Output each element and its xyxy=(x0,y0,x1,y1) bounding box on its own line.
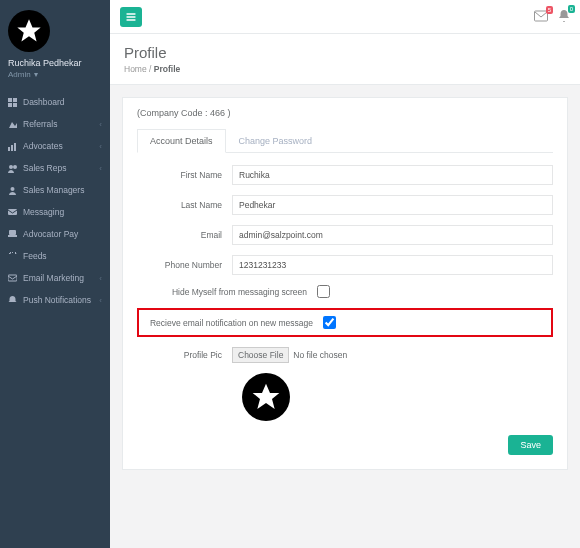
nav-icon xyxy=(8,252,17,261)
mail-badge: 5 xyxy=(546,6,553,14)
svg-rect-1 xyxy=(8,98,12,102)
email-notification-label: Recieve email notification on new messag… xyxy=(143,318,323,328)
sidebar-item-advocates[interactable]: Advocates‹ xyxy=(0,135,110,157)
sidebar-item-label: Email Marketing xyxy=(23,273,84,283)
nav-icon xyxy=(8,120,17,129)
sidebar-header: Ruchika Pedhekar Admin ▾ xyxy=(0,0,110,85)
star-icon xyxy=(250,381,282,413)
nav-icon xyxy=(8,296,17,305)
last-name-label: Last Name xyxy=(137,200,232,210)
svg-point-10 xyxy=(11,187,15,191)
last-name-input[interactable] xyxy=(232,195,553,215)
svg-point-9 xyxy=(13,165,17,169)
phone-input[interactable] xyxy=(232,255,553,275)
nav-icon xyxy=(8,208,17,217)
sidebar-item-messaging[interactable]: Messaging xyxy=(0,201,110,223)
sidebar-item-sales-managers[interactable]: Sales Managers xyxy=(0,179,110,201)
page-title: Profile xyxy=(124,44,566,61)
sidebar-item-feeds[interactable]: Feeds xyxy=(0,245,110,267)
sidebar-item-email-marketing[interactable]: Email Marketing‹ xyxy=(0,267,110,289)
svg-rect-13 xyxy=(8,235,17,237)
hamburger-button[interactable] xyxy=(120,7,142,27)
content: (Company Code : 466 ) Account Details Ch… xyxy=(110,85,580,548)
file-input[interactable]: Choose File No file chosen xyxy=(232,347,347,363)
chevron-down-icon: ▾ xyxy=(34,70,38,79)
user-role-label: Admin xyxy=(8,70,31,79)
first-name-label: First Name xyxy=(137,170,232,180)
hide-myself-checkbox[interactable] xyxy=(317,285,330,298)
breadcrumb: Home / Profile xyxy=(124,64,566,74)
profile-pic-label: Profile Pic xyxy=(137,350,232,360)
chevron-left-icon: ‹ xyxy=(99,142,102,151)
sidebar-item-advocator-pay[interactable]: Advocator Pay xyxy=(0,223,110,245)
sidebar-item-label: Messaging xyxy=(23,207,64,217)
nav-icon xyxy=(8,230,17,239)
email-input[interactable] xyxy=(232,225,553,245)
sidebar-item-label: Dashboard xyxy=(23,97,65,107)
profile-pic-preview xyxy=(242,373,290,421)
first-name-input[interactable] xyxy=(232,165,553,185)
company-code: (Company Code : 466 ) xyxy=(137,108,553,118)
profile-panel: (Company Code : 466 ) Account Details Ch… xyxy=(122,97,568,470)
email-notification-highlight: Recieve email notification on new messag… xyxy=(137,308,553,337)
file-status: No file chosen xyxy=(293,350,347,360)
sidebar-item-label: Sales Reps xyxy=(23,163,66,173)
breadcrumb-current: Profile xyxy=(154,64,180,74)
nav-icon xyxy=(8,186,17,195)
svg-marker-16 xyxy=(253,384,280,409)
svg-rect-14 xyxy=(8,275,17,281)
topbar: 5 0 xyxy=(110,0,580,34)
nav-icon xyxy=(8,164,17,173)
user-name: Ruchika Pedhekar xyxy=(8,58,102,68)
hide-myself-label: Hide Myself from messaging screen xyxy=(137,287,317,297)
email-label: Email xyxy=(137,230,232,240)
sidebar-item-push-notifications[interactable]: Push Notifications‹ xyxy=(0,289,110,311)
svg-rect-4 xyxy=(13,103,17,107)
chevron-left-icon: ‹ xyxy=(99,274,102,283)
svg-rect-12 xyxy=(9,230,16,235)
chevron-left-icon: ‹ xyxy=(99,164,102,173)
svg-rect-2 xyxy=(13,98,17,102)
svg-rect-6 xyxy=(11,145,13,151)
email-notification-checkbox[interactable] xyxy=(323,316,336,329)
nav-icon xyxy=(8,274,17,283)
sidebar-item-label: Advocates xyxy=(23,141,63,151)
breadcrumb-home[interactable]: Home xyxy=(124,64,147,74)
phone-label: Phone Number xyxy=(137,260,232,270)
bell-badge: 0 xyxy=(568,5,575,13)
svg-rect-5 xyxy=(8,147,10,151)
choose-file-button[interactable]: Choose File xyxy=(232,347,289,363)
svg-marker-0 xyxy=(17,19,40,41)
sidebar-item-sales-reps[interactable]: Sales Reps‹ xyxy=(0,157,110,179)
page-heading: Profile Home / Profile xyxy=(110,34,580,85)
sidebar-item-dashboard[interactable]: Dashboard xyxy=(0,91,110,113)
user-role-toggle[interactable]: Admin ▾ xyxy=(8,70,38,79)
chevron-left-icon: ‹ xyxy=(99,120,102,129)
star-icon xyxy=(15,17,43,45)
tab-change-password[interactable]: Change Password xyxy=(226,129,326,153)
main: 5 0 Profile Home / Profile (Company Code… xyxy=(110,0,580,548)
avatar xyxy=(8,10,50,52)
sidebar-item-referrals[interactable]: Referrals‹ xyxy=(0,113,110,135)
tab-account-details[interactable]: Account Details xyxy=(137,129,226,153)
topbar-icons: 5 0 xyxy=(534,9,570,25)
hamburger-icon xyxy=(126,12,136,22)
svg-rect-3 xyxy=(8,103,12,107)
sidebar-item-label: Feeds xyxy=(23,251,47,261)
mail-button[interactable]: 5 xyxy=(534,10,548,24)
form-actions: Save xyxy=(137,435,553,455)
svg-point-8 xyxy=(9,165,13,169)
sidebar-nav: DashboardReferrals‹Advocates‹Sales Reps‹… xyxy=(0,91,110,311)
svg-rect-7 xyxy=(14,143,16,151)
sidebar-item-label: Advocator Pay xyxy=(23,229,78,239)
sidebar: Ruchika Pedhekar Admin ▾ DashboardReferr… xyxy=(0,0,110,548)
nav-icon xyxy=(8,98,17,107)
bell-button[interactable]: 0 xyxy=(558,9,570,25)
save-button[interactable]: Save xyxy=(508,435,553,455)
sidebar-item-label: Referrals xyxy=(23,119,57,129)
sidebar-item-label: Push Notifications xyxy=(23,295,91,305)
nav-icon xyxy=(8,142,17,151)
svg-rect-11 xyxy=(8,209,17,215)
chevron-left-icon: ‹ xyxy=(99,296,102,305)
sidebar-item-label: Sales Managers xyxy=(23,185,84,195)
